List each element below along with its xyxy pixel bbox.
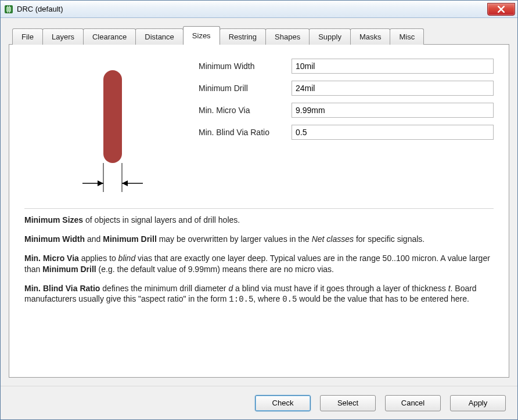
svg-rect-2 bbox=[8, 6, 8, 8]
desc-italic: Net classes bbox=[312, 234, 354, 244]
desc-text: (e.g. the default value of 9.99mm) means… bbox=[96, 265, 334, 274]
tab-supply[interactable]: Supply bbox=[309, 28, 351, 45]
desc-text: defines the minimum drill diameter bbox=[100, 284, 228, 293]
desc-text: for specific signals. bbox=[354, 234, 425, 244]
svg-rect-5 bbox=[9, 11, 10, 13]
tab-label: Layers bbox=[52, 32, 74, 41]
desc-text: applies to bbox=[79, 254, 118, 263]
tab-distance[interactable]: Distance bbox=[135, 28, 184, 45]
desc-italic: blind bbox=[118, 254, 136, 263]
desc-bold: Min. Blind Via Ratio bbox=[24, 284, 100, 293]
svg-marker-10 bbox=[122, 180, 128, 186]
tab-panel-sizes: Minimum Width Minimum Drill Min. Micro V… bbox=[9, 44, 509, 378]
tab-label: Sizes bbox=[192, 31, 211, 40]
min-drill-input[interactable] bbox=[292, 81, 494, 96]
apply-button[interactable]: Apply bbox=[450, 395, 506, 411]
min-width-input[interactable] bbox=[292, 59, 494, 74]
tab-layers[interactable]: Layers bbox=[42, 28, 84, 45]
svg-rect-3 bbox=[9, 6, 10, 8]
separator bbox=[24, 208, 494, 209]
desc-bold: Minimum Drill bbox=[42, 265, 96, 274]
dialog-footer: Check Select Cancel Apply bbox=[1, 386, 517, 419]
desc-bold: Minimum Sizes bbox=[24, 215, 83, 225]
tab-label: File bbox=[21, 32, 34, 41]
min-micro-via-input[interactable] bbox=[292, 103, 494, 118]
cancel-button[interactable]: Cancel bbox=[385, 395, 441, 411]
desc-text: , where bbox=[253, 294, 282, 303]
app-icon bbox=[4, 5, 13, 14]
tab-clearance[interactable]: Clearance bbox=[83, 28, 136, 45]
select-button[interactable]: Select bbox=[320, 395, 376, 411]
titlebar: DRC (default) bbox=[1, 1, 517, 18]
tab-shapes[interactable]: Shapes bbox=[265, 28, 310, 45]
description-text: Minimum Sizes of objects in signal layer… bbox=[24, 215, 494, 313]
tab-sizes[interactable]: Sizes bbox=[183, 26, 220, 45]
tabstrip: File Layers Clearance Distance Sizes Res… bbox=[9, 26, 509, 45]
tab-label: Shapes bbox=[275, 32, 300, 41]
svg-marker-9 bbox=[98, 180, 103, 186]
desc-bold: Min. Micro Via bbox=[24, 254, 79, 263]
desc-text: may be overwritten by larger values in t… bbox=[157, 234, 312, 244]
min-blind-via-ratio-input[interactable] bbox=[292, 125, 494, 140]
desc-text: would be the value that has to be entere… bbox=[297, 294, 469, 303]
desc-bold: Minimum Width bbox=[24, 234, 85, 244]
desc-mono: 1:0.5 bbox=[229, 295, 253, 304]
width-illustration bbox=[24, 59, 199, 198]
tab-label: Restring bbox=[229, 32, 257, 41]
tab-file[interactable]: File bbox=[12, 28, 43, 45]
svg-rect-6 bbox=[103, 70, 122, 163]
tab-label: Clearance bbox=[92, 32, 127, 41]
min-width-label: Minimum Width bbox=[199, 61, 292, 71]
desc-mono: 0.5 bbox=[282, 295, 297, 304]
tab-label: Distance bbox=[145, 32, 174, 41]
tab-label: Masks bbox=[359, 32, 382, 41]
tab-label: Misc bbox=[399, 32, 415, 41]
check-button[interactable]: Check bbox=[255, 395, 311, 411]
svg-rect-1 bbox=[6, 7, 11, 12]
drc-window: DRC (default) File Layers Clearance Dist… bbox=[0, 0, 518, 420]
window-body: File Layers Clearance Distance Sizes Res… bbox=[1, 18, 517, 386]
desc-text: of objects in signal layers and of drill… bbox=[83, 215, 240, 225]
window-title: DRC (default) bbox=[17, 5, 487, 13]
sizes-form: Minimum Width Minimum Drill Min. Micro V… bbox=[199, 59, 494, 198]
desc-bold: Minimum Drill bbox=[103, 234, 157, 244]
min-drill-label: Minimum Drill bbox=[199, 84, 292, 93]
desc-text: and bbox=[85, 234, 103, 244]
min-blind-via-ratio-label: Min. Blind Via Ratio bbox=[199, 128, 292, 137]
tab-misc[interactable]: Misc bbox=[390, 28, 424, 45]
close-button[interactable] bbox=[487, 3, 515, 16]
desc-text: a blind via must have if it goes through… bbox=[233, 284, 448, 293]
svg-rect-4 bbox=[8, 11, 8, 13]
tab-label: Supply bbox=[318, 32, 341, 41]
min-micro-via-label: Min. Micro Via bbox=[199, 106, 292, 115]
tab-masks[interactable]: Masks bbox=[350, 28, 391, 45]
tab-restring[interactable]: Restring bbox=[220, 28, 266, 45]
